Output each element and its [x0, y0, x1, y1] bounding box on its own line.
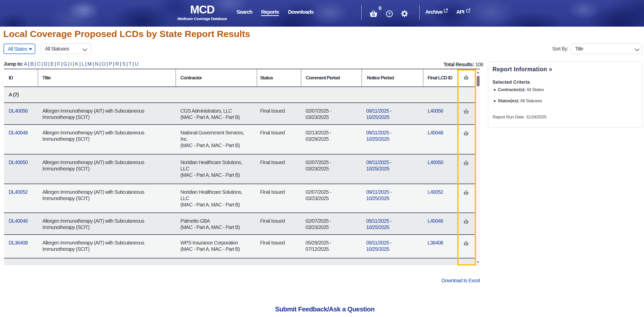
svg-text:?: ? [388, 12, 391, 16]
